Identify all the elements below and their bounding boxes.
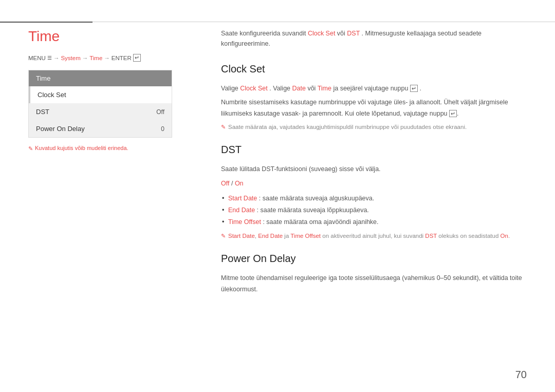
dst-note: ✎ Start Date, End Date ja Time Offset on… [221,231,527,241]
menu-item-power-on-delay-value: 0 [161,125,164,133]
breadcrumb-time[interactable]: Time [89,55,102,61]
menu-item-dst[interactable]: DST Off [29,103,172,120]
breadcrumb-menu-icon: MENU [28,55,46,61]
dst-note-time-offset: Time Offset [290,233,321,239]
dst-separator: / [231,180,235,187]
intro-clock-set: Clock Set [308,30,336,37]
dst-on: On [235,180,244,187]
dst-note-icon: ✎ [221,232,226,241]
dst-off-on: Off / On [221,178,527,189]
dst-note-end-date: End Date [258,233,283,239]
cs-p1-link1: Clock Set [240,85,268,92]
dst-bullet-end-date: End Date : saate määrata suveaja lõppkuu… [221,205,527,215]
dst-note-start-date: Start Date [228,233,255,239]
bullet-time-offset-label: Time Offset [228,218,261,226]
breadcrumb: MENU ☰ → System → Time → ENTER ↵ [28,54,193,62]
breadcrumb-enter-icon: ↵ [133,54,141,62]
cs-p1-link2: Date [292,85,306,92]
intro-dst: DST [347,30,360,37]
menu-item-power-on-delay-label: Power On Delay [36,125,85,133]
dst-off: Off [221,180,229,187]
menu-item-clock-set[interactable]: Clock Set [29,86,172,103]
section-title-power-on-delay: Power On Delay [221,253,527,267]
cs-p1-after: ja seejärel vajutage nuppu [333,85,410,92]
clock-set-note-text: Saate määrata aja, vajutades kaugjuhtimi… [228,122,467,132]
dst-note-dst: DST [425,233,437,239]
menu-item-dst-label: DST [36,108,49,116]
section-body-power-on-delay: Mitme toote ühendamisel reguleerige iga … [221,273,527,295]
menu-item-clock-set-label: Clock Set [38,91,66,99]
section-body-dst: Saate lülitada DST-funktsiooni (suveaeg)… [221,164,527,240]
dst-bullet-start-date: Start Date : saate määrata suveaja algus… [221,193,527,203]
bullet-start-date-label: Start Date [228,195,257,202]
right-panel: Saate konfigureerida suvandit Clock Set … [221,28,527,307]
section-title-clock-set: Clock Set [221,63,527,77]
dst-bullet-list: Start Date : saate määrata suveaja algus… [221,193,527,227]
bullet-time-offset-text: : saate määrata oma ajavööndi ajanihke. [263,218,378,226]
dst-intro: Saate lülitada DST-funktsiooni (suveaeg)… [221,164,527,175]
clock-set-para2: Numbrite sisestamiseks kasutage numbrinu… [221,97,527,119]
dst-bullet-time-offset: Time Offset : saate määrata oma ajavöönd… [221,217,527,227]
menu-item-dst-value: Off [156,108,164,116]
footnote-icon: ✎ [28,145,33,152]
menu-box-title: Time [29,70,172,86]
breadcrumb-menu-symbol: ☰ [47,55,52,61]
footnote-text: Kuvatud kujutis võib mudeliti erineda. [35,145,128,151]
cs-p1-before: Valige [221,85,240,92]
left-panel-footnote: ✎ Kuvatud kujutis võib mudeliti erineda. [28,145,193,152]
section-title-dst: DST [221,144,527,158]
dst-note-text: Start Date, End Date ja Time Offset on a… [228,231,510,240]
cs-p1-enter: ↵ [410,85,418,92]
page-title: Time [28,28,193,45]
bullet-end-date-label: End Date [228,207,255,214]
menu-item-power-on-delay[interactable]: Power On Delay 0 [29,120,172,137]
bullet-end-date-text: : saate määrata suveaja lõppkuupäeva. [257,207,369,214]
breadcrumb-arrow1: → [53,55,60,61]
cs-p1-mid1: . Valige [269,85,292,92]
breadcrumb-system[interactable]: System [61,55,80,61]
intro-text: Saate konfigureerida suvandit Clock Set … [221,28,527,49]
page-number: 70 [515,369,527,381]
cs-p1-link3: Time [318,85,331,92]
cs-p1-dot: . [419,85,421,92]
top-line-accent [0,22,92,23]
intro-connector: või [337,30,347,37]
breadcrumb-arrow3: → [104,55,110,61]
intro-before: Saate konfigureerida suvandit [221,30,308,37]
clock-set-note: ✎ Saate määrata aja, vajutades kaugjuhti… [221,122,527,132]
clock-set-para1: Valige Clock Set . Valige Date või Time … [221,83,527,94]
breadcrumb-enter: ENTER [112,55,132,61]
bullet-start-date-text: : saate määrata suveaja alguskuupäeva. [259,195,374,202]
left-panel: Time MENU ☰ → System → Time → ENTER ↵ Ti… [28,28,193,152]
breadcrumb-arrow2: → [82,55,88,61]
cs-p1-mid2: või [307,85,317,92]
section-body-clock-set: Valige Clock Set . Valige Date või Time … [221,83,527,132]
power-on-delay-text: Mitme toote ühendamisel reguleerige iga … [221,273,527,295]
clock-set-note-icon: ✎ [221,123,226,132]
dst-note-on: On [501,233,508,239]
menu-box: Time Clock Set DST Off Power On Delay 0 [28,70,172,138]
